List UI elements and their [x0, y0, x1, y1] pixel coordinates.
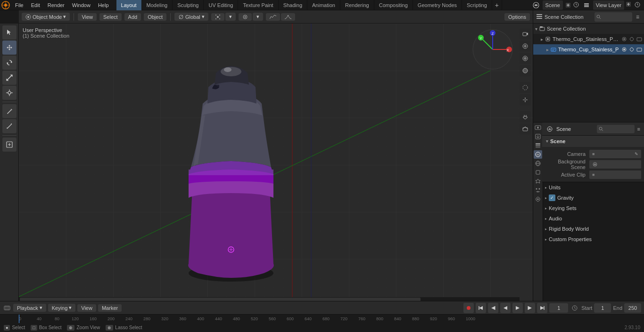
tab-modeling[interactable]: Modeling	[142, 0, 173, 10]
tool-rotate[interactable]	[2, 56, 17, 70]
keying-btn[interactable]: Keying ▾	[48, 304, 76, 312]
item-0-visibility[interactable]	[621, 36, 627, 42]
prop-edit-options[interactable]: ▾	[253, 13, 263, 21]
props-filter-btn[interactable]: ≡	[636, 126, 641, 132]
tab-shading[interactable]: Shading	[279, 0, 307, 10]
outliner-filter-btn[interactable]: ≡	[634, 14, 641, 20]
view-layer-selector[interactable]: View Layer	[593, 0, 624, 10]
props-search[interactable]	[597, 125, 635, 133]
outliner-item-1[interactable]: ▸ Thermo_Cup_Stainless_P	[533, 44, 644, 55]
prop-icon-object[interactable]	[534, 168, 542, 177]
audio-section[interactable]: ▸ Audio	[542, 213, 644, 224]
gravity-checkbox[interactable]: ✓	[549, 194, 555, 201]
tab-texture-paint[interactable]: Texture Paint	[238, 0, 278, 10]
item-1-render[interactable]	[629, 47, 635, 52]
prev-keyframe-btn[interactable]	[488, 303, 498, 313]
item-0-render[interactable]	[629, 36, 635, 42]
jump-start-btn[interactable]	[476, 303, 486, 313]
tool-add[interactable]	[2, 138, 17, 152]
tab-scripting[interactable]: Scripting	[462, 0, 492, 10]
item-0-filter[interactable]	[636, 36, 642, 42]
keying-sets-section[interactable]: ▸ Keying Sets	[542, 203, 644, 213]
prop-edit-toggle[interactable]	[239, 13, 252, 21]
camera-value[interactable]: ■ ✎	[589, 150, 641, 158]
tool-measure[interactable]	[2, 119, 17, 133]
viewport-render-mode[interactable]	[520, 40, 531, 52]
viewport-add-menu[interactable]: Add	[124, 13, 141, 21]
tab-uv-editing[interactable]: UV Editing	[204, 0, 238, 10]
scene-section-header[interactable]: ▾ Scene	[542, 136, 644, 147]
menu-file[interactable]: File	[11, 0, 27, 10]
tab-compositing[interactable]: Compositing	[374, 0, 413, 10]
view-layer-add-icon[interactable]	[626, 2, 633, 8]
marker-btn[interactable]: Marker	[98, 304, 122, 312]
outliner-search[interactable]	[594, 12, 632, 22]
bg-scene-value[interactable]	[589, 160, 641, 169]
falloff-options[interactable]	[281, 13, 295, 21]
viewport-pan-tool[interactable]	[520, 111, 531, 122]
rigid-body-world-section[interactable]: ▸ Rigid Body World	[542, 224, 644, 234]
active-clip-value[interactable]: ■	[589, 170, 641, 179]
nav-gizmo[interactable]: X Y Z	[471, 28, 514, 71]
prop-icon-view-layer[interactable]	[534, 141, 542, 150]
viewport-gizmo-toggle[interactable]	[520, 94, 531, 105]
item-1-filter[interactable]	[636, 47, 642, 52]
graph-toggle[interactable]	[266, 13, 280, 21]
mode-selector[interactable]: Object Mode ▾	[22, 13, 70, 21]
tab-animation[interactable]: Animation	[307, 0, 340, 10]
tab-geometry-nodes[interactable]: Geometry Nodes	[413, 0, 462, 10]
menu-help[interactable]: Help	[94, 0, 113, 10]
tool-cursor[interactable]	[2, 25, 17, 40]
scene-selector[interactable]: Scene	[543, 0, 563, 10]
viewport-object-menu[interactable]: Object	[144, 13, 166, 21]
add-workspace-btn[interactable]: +	[492, 0, 502, 10]
transform-orientation[interactable]: Global ▾	[174, 13, 208, 21]
start-frame[interactable]: 1	[594, 303, 611, 313]
outliner-scene-collection[interactable]: ▾ Scene Collection	[533, 24, 644, 34]
menu-window[interactable]: Window	[68, 0, 94, 10]
outliner-item-0[interactable]: ▸ Thermo_Cup_Stainless_Purple	[533, 34, 644, 44]
tab-rendering[interactable]: Rendering	[340, 0, 374, 10]
custom-props-section[interactable]: ▸ Custom Properties	[542, 234, 644, 244]
prop-icon-physics[interactable]	[534, 195, 542, 203]
timeline-ruler[interactable]: 0 40 80 120 160 200 240 280 320 360 400 …	[0, 315, 644, 323]
tool-annotate[interactable]	[2, 104, 17, 118]
timeline-view-btn[interactable]: View	[77, 304, 96, 312]
prop-icon-particles[interactable]	[534, 186, 542, 194]
item-1-visibility[interactable]	[621, 47, 627, 52]
reverse-play-btn[interactable]	[500, 303, 511, 313]
viewport-view-menu[interactable]: View	[78, 13, 97, 21]
prop-icon-world[interactable]	[534, 159, 542, 168]
play-btn[interactable]	[512, 303, 523, 313]
tab-layout[interactable]: Layout	[116, 0, 142, 10]
next-keyframe-btn[interactable]	[525, 303, 535, 313]
viewport-scrollbar-h[interactable]	[19, 297, 520, 301]
new-scene-icon[interactable]	[565, 2, 571, 8]
viewport-select-menu[interactable]: Select	[99, 13, 122, 21]
snap-options[interactable]: ▾	[225, 13, 236, 21]
current-frame[interactable]: 1	[549, 303, 568, 313]
viewport-display-mode[interactable]	[520, 53, 531, 64]
prop-icon-output[interactable]	[534, 132, 542, 141]
viewport-camera-view[interactable]	[520, 28, 531, 40]
tool-move[interactable]	[2, 40, 17, 55]
tab-sculpting[interactable]: Sculpting	[173, 0, 204, 10]
viewport-zoom-tool[interactable]	[520, 123, 531, 135]
snap-toggle[interactable]	[211, 13, 224, 21]
viewport-options-btn[interactable]: Options	[504, 13, 530, 21]
end-frame[interactable]: 250	[624, 303, 641, 313]
prop-icon-scene[interactable]	[534, 150, 542, 159]
scene-options-icon[interactable]	[573, 2, 580, 8]
jump-end-btn[interactable]	[537, 303, 547, 313]
tool-scale[interactable]	[2, 71, 17, 85]
gravity-section[interactable]: ▸ ✓ Gravity	[542, 193, 644, 203]
view-layer-options-icon[interactable]	[635, 2, 641, 8]
tool-transform[interactable]	[2, 86, 17, 100]
menu-edit[interactable]: Edit	[27, 0, 44, 10]
playback-btn[interactable]: Playback ▾	[13, 304, 46, 312]
viewport-overlay-options[interactable]	[520, 82, 531, 93]
viewport-shading-options[interactable]	[520, 65, 531, 76]
menu-render[interactable]: Render	[44, 0, 68, 10]
record-btn[interactable]	[463, 303, 474, 313]
prop-icon-render[interactable]	[534, 123, 542, 132]
